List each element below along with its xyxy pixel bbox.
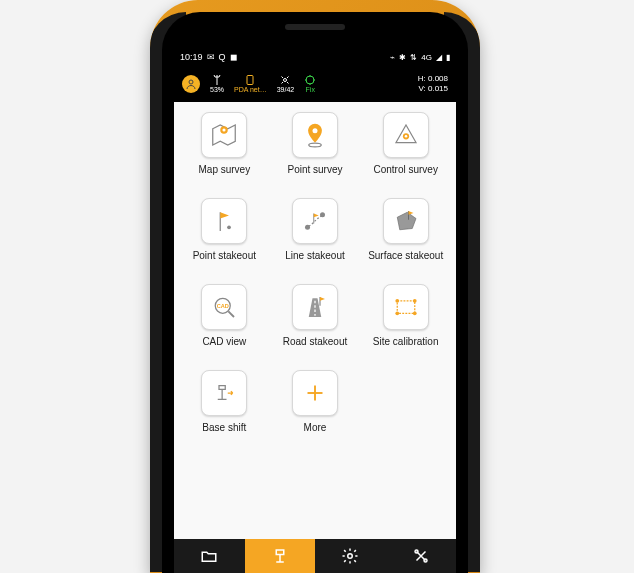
line-stakeout-icon xyxy=(292,198,338,244)
svg-point-11 xyxy=(227,225,231,229)
svg-rect-1 xyxy=(247,76,253,85)
svg-point-0 xyxy=(189,80,193,84)
svg-point-22 xyxy=(395,299,399,303)
signal-icon: ◢ xyxy=(436,53,442,62)
bottom-nav xyxy=(174,539,456,573)
fix-status[interactable]: Fix xyxy=(300,74,320,94)
svg-text:CAD: CAD xyxy=(217,303,229,309)
tile-label: CAD view xyxy=(202,336,246,347)
point-stakeout-tile[interactable]: Point stakeout xyxy=(180,198,269,280)
app-header: 53% PDA net… 39/42 Fix H: 0.008 V: 0.015 xyxy=(174,66,456,102)
tile-label: Point survey xyxy=(287,164,342,175)
tile-label: Control survey xyxy=(373,164,437,175)
satellite-icon xyxy=(279,74,291,86)
point-stakeout-icon xyxy=(201,198,247,244)
status-bar: 10:19 ✉ Q ◼ ⌁ ✱ ⇅ 4G ◢ ▮ xyxy=(174,48,456,66)
cad-view-tile[interactable]: CAD CAD view xyxy=(180,284,269,366)
site-calibration-icon xyxy=(383,284,429,330)
nav-survey[interactable] xyxy=(245,539,316,573)
svg-rect-28 xyxy=(276,550,284,555)
svg-point-6 xyxy=(312,128,317,133)
satellites-status[interactable]: 39/42 xyxy=(273,74,299,94)
precision-readout[interactable]: H: 0.008 V: 0.015 xyxy=(418,74,452,93)
base-shift-icon xyxy=(201,370,247,416)
survey-icon xyxy=(271,547,289,565)
nav-tools[interactable] xyxy=(386,539,457,573)
point-survey-tile[interactable]: Point survey xyxy=(271,112,360,194)
mail-icon: ✉ xyxy=(207,52,215,62)
app-icon: ◼ xyxy=(230,52,237,62)
battery-status[interactable]: 53% xyxy=(206,74,228,94)
antenna-icon xyxy=(211,74,223,86)
more-icon xyxy=(292,370,338,416)
status-time: 10:19 xyxy=(180,52,203,62)
svg-line-18 xyxy=(229,311,235,317)
tile-label: Site calibration xyxy=(373,336,439,347)
map-survey-icon xyxy=(201,112,247,158)
vpn-icon: ⌁ xyxy=(390,53,395,62)
gear-icon xyxy=(341,547,359,565)
h-precision: H: 0.008 xyxy=(418,74,448,84)
profile-button[interactable] xyxy=(178,75,204,93)
tile-label: Road stakeout xyxy=(283,336,348,347)
nav-settings[interactable] xyxy=(315,539,386,573)
tile-label: Line stakeout xyxy=(285,250,345,261)
tile-label: Point stakeout xyxy=(193,250,256,261)
tile-label: Base shift xyxy=(202,422,246,433)
tile-label: More xyxy=(304,422,327,433)
svg-point-24 xyxy=(395,311,399,315)
svg-point-5 xyxy=(223,128,226,131)
function-grid: Map survey Point survey Control survey xyxy=(174,102,456,539)
v-precision: V: 0.015 xyxy=(418,84,448,94)
svg-point-23 xyxy=(413,299,417,303)
svg-point-2 xyxy=(284,79,287,82)
avatar-icon xyxy=(182,75,200,93)
site-calibration-tile[interactable]: Site calibration xyxy=(361,284,450,366)
network-label: 4G xyxy=(421,53,432,62)
device-icon xyxy=(244,74,256,86)
tools-icon xyxy=(412,547,430,565)
surface-stakeout-icon xyxy=(383,198,429,244)
svg-point-29 xyxy=(348,554,353,559)
nav-folder[interactable] xyxy=(174,539,245,573)
device-frame: 10:19 ✉ Q ◼ ⌁ ✱ ⇅ 4G ◢ ▮ xyxy=(150,0,480,573)
more-tile[interactable]: More xyxy=(271,370,360,452)
svg-rect-21 xyxy=(397,301,415,314)
map-survey-tile[interactable]: Map survey xyxy=(180,112,269,194)
road-stakeout-icon xyxy=(292,284,338,330)
point-survey-icon xyxy=(292,112,338,158)
battery-icon: ▮ xyxy=(446,53,450,62)
tile-label: Surface stakeout xyxy=(368,250,443,261)
line-stakeout-tile[interactable]: Line stakeout xyxy=(271,198,360,280)
surface-stakeout-tile[interactable]: Surface stakeout xyxy=(361,198,450,280)
data-icon: ⇅ xyxy=(410,53,417,62)
control-survey-tile[interactable]: Control survey xyxy=(361,112,450,194)
svg-point-3 xyxy=(306,76,314,84)
screen: 10:19 ✉ Q ◼ ⌁ ✱ ⇅ 4G ◢ ▮ xyxy=(174,48,456,573)
svg-point-9 xyxy=(404,135,407,138)
control-survey-icon xyxy=(383,112,429,158)
road-stakeout-tile[interactable]: Road stakeout xyxy=(271,284,360,366)
cad-view-icon: CAD xyxy=(201,284,247,330)
svg-point-7 xyxy=(309,143,322,147)
tile-label: Map survey xyxy=(198,164,250,175)
bluetooth-icon: ✱ xyxy=(399,53,406,62)
pda-status[interactable]: PDA net… xyxy=(230,74,271,94)
svg-point-25 xyxy=(413,311,417,315)
folder-icon xyxy=(200,547,218,565)
target-icon xyxy=(304,74,316,86)
base-shift-tile[interactable]: Base shift xyxy=(180,370,269,452)
q-icon: Q xyxy=(219,52,226,62)
